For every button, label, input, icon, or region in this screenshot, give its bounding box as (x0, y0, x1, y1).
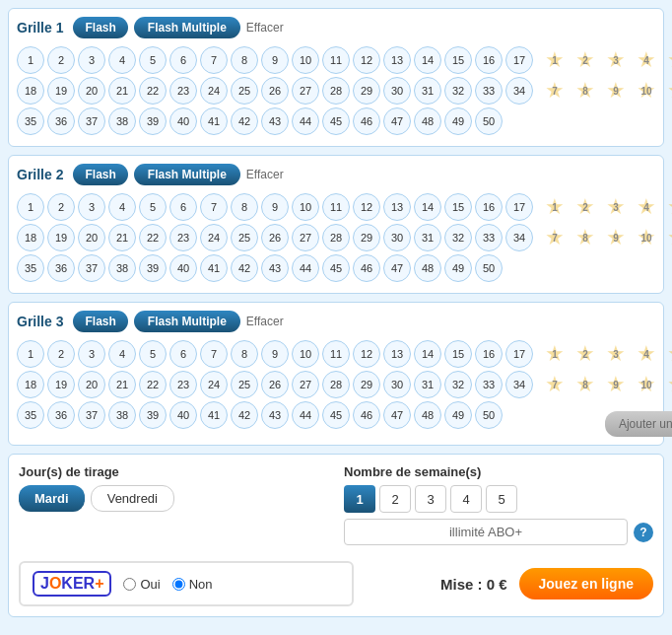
num-2-14[interactable]: 14 (414, 193, 441, 221)
num-1-7[interactable]: 7 (200, 46, 228, 74)
num-2-30[interactable]: 30 (383, 224, 411, 251)
num-2-44[interactable]: 44 (292, 254, 319, 282)
star-2-3[interactable]: ★3 (602, 193, 630, 221)
grille-1-flash-multiple-button[interactable]: Flash Multiple (134, 17, 240, 38)
star-2-7[interactable]: ★7 (541, 224, 569, 251)
num-2-18[interactable]: 18 (17, 224, 44, 251)
num-1-3[interactable]: 3 (78, 46, 105, 74)
num-2-35[interactable]: 35 (17, 254, 44, 282)
num-3-50[interactable]: 50 (475, 401, 503, 429)
grille-1-effacer-button[interactable]: Effacer (246, 21, 284, 35)
num-1-34[interactable]: 34 (505, 77, 533, 105)
star-1-2[interactable]: ★2 (571, 46, 599, 74)
grille-1-flash-button[interactable]: Flash (73, 17, 127, 38)
num-1-9[interactable]: 9 (261, 46, 289, 74)
num-1-2[interactable]: 2 (47, 46, 75, 74)
star-3-7[interactable]: ★7 (541, 371, 569, 398)
num-2-48[interactable]: 48 (414, 254, 441, 282)
num-1-10[interactable]: 10 (292, 46, 319, 74)
num-3-33[interactable]: 33 (475, 371, 503, 398)
num-1-8[interactable]: 8 (231, 46, 258, 74)
num-2-29[interactable]: 29 (353, 224, 380, 251)
num-1-13[interactable]: 13 (383, 46, 411, 74)
star-2-9[interactable]: ★9 (602, 224, 630, 251)
star-1-10[interactable]: ★10 (633, 77, 660, 105)
num-1-19[interactable]: 19 (47, 77, 75, 105)
star-3-5[interactable]: ★5 (663, 340, 672, 368)
star-1-3[interactable]: ★3 (602, 46, 630, 74)
num-3-24[interactable]: 24 (200, 371, 228, 398)
num-3-11[interactable]: 11 (322, 340, 350, 368)
num-2-4[interactable]: 4 (108, 193, 136, 221)
num-1-25[interactable]: 25 (231, 77, 258, 105)
num-2-16[interactable]: 16 (475, 193, 503, 221)
num-1-38[interactable]: 38 (108, 107, 136, 135)
num-1-40[interactable]: 40 (169, 107, 197, 135)
num-1-43[interactable]: 43 (261, 107, 289, 135)
num-2-26[interactable]: 26 (261, 224, 289, 251)
num-1-31[interactable]: 31 (414, 77, 441, 105)
num-2-33[interactable]: 33 (475, 224, 503, 251)
star-3-1[interactable]: ★1 (541, 340, 569, 368)
num-3-28[interactable]: 28 (322, 371, 350, 398)
grille-2-effacer-button[interactable]: Effacer (246, 168, 284, 181)
num-3-19[interactable]: 19 (47, 371, 75, 398)
num-3-29[interactable]: 29 (353, 371, 380, 398)
num-2-19[interactable]: 19 (47, 224, 75, 251)
num-3-35[interactable]: 35 (17, 401, 44, 429)
grille-3-flash-multiple-button[interactable]: Flash Multiple (134, 311, 240, 332)
star-1-4[interactable]: ★4 (633, 46, 660, 74)
num-2-17[interactable]: 17 (505, 193, 533, 221)
num-3-8[interactable]: 8 (231, 340, 258, 368)
num-1-47[interactable]: 47 (383, 107, 411, 135)
num-2-40[interactable]: 40 (169, 254, 197, 282)
num-2-38[interactable]: 38 (108, 254, 136, 282)
num-1-22[interactable]: 22 (139, 77, 167, 105)
num-2-50[interactable]: 50 (475, 254, 503, 282)
num-1-11[interactable]: 11 (322, 46, 350, 74)
num-1-45[interactable]: 45 (322, 107, 350, 135)
joker-oui-label[interactable]: Oui (123, 577, 160, 592)
num-1-14[interactable]: 14 (414, 46, 441, 74)
week-1-button[interactable]: 1 (344, 485, 375, 513)
num-1-26[interactable]: 26 (261, 77, 289, 105)
num-3-21[interactable]: 21 (108, 371, 136, 398)
num-3-3[interactable]: 3 (78, 340, 105, 368)
num-1-18[interactable]: 18 (17, 77, 44, 105)
num-2-41[interactable]: 41 (200, 254, 228, 282)
num-1-4[interactable]: 4 (108, 46, 136, 74)
num-1-30[interactable]: 30 (383, 77, 411, 105)
num-3-14[interactable]: 14 (414, 340, 441, 368)
num-2-49[interactable]: 49 (444, 254, 472, 282)
num-3-16[interactable]: 16 (475, 340, 503, 368)
star-3-11[interactable]: ★11 (663, 371, 672, 398)
num-3-10[interactable]: 10 (292, 340, 319, 368)
num-1-20[interactable]: 20 (78, 77, 105, 105)
num-2-27[interactable]: 27 (292, 224, 319, 251)
num-3-27[interactable]: 27 (292, 371, 319, 398)
num-3-15[interactable]: 15 (444, 340, 472, 368)
num-1-46[interactable]: 46 (353, 107, 380, 135)
num-2-23[interactable]: 23 (169, 224, 197, 251)
vendredi-button[interactable]: Vendredi (91, 485, 174, 512)
num-1-39[interactable]: 39 (139, 107, 167, 135)
num-2-9[interactable]: 9 (261, 193, 289, 221)
num-3-12[interactable]: 12 (353, 340, 380, 368)
num-3-7[interactable]: 7 (200, 340, 228, 368)
num-1-21[interactable]: 21 (108, 77, 136, 105)
joker-non-label[interactable]: Non (172, 577, 213, 592)
num-3-25[interactable]: 25 (231, 371, 258, 398)
num-3-47[interactable]: 47 (383, 401, 411, 429)
num-1-28[interactable]: 28 (322, 77, 350, 105)
num-3-1[interactable]: 1 (17, 340, 44, 368)
star-1-1[interactable]: ★1 (541, 46, 569, 74)
star-2-1[interactable]: ★1 (541, 193, 569, 221)
num-1-32[interactable]: 32 (444, 77, 472, 105)
num-1-24[interactable]: 24 (200, 77, 228, 105)
num-3-49[interactable]: 49 (444, 401, 472, 429)
num-2-8[interactable]: 8 (231, 193, 258, 221)
jouez-button[interactable]: Jouez en ligne (519, 568, 653, 600)
num-3-43[interactable]: 43 (261, 401, 289, 429)
star-2-4[interactable]: ★4 (633, 193, 660, 221)
add-grille-button[interactable]: Ajouter une grille (605, 411, 672, 437)
